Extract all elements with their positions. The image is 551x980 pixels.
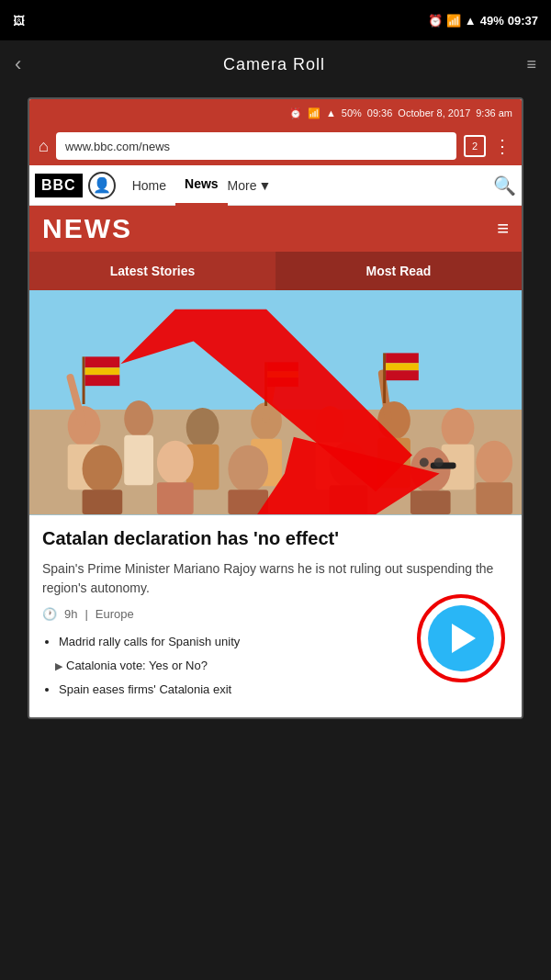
svg-point-12 <box>377 401 410 440</box>
browser-bar: ⌂ www.bbc.com/news 2 ⋮ <box>29 127 522 165</box>
home-icon[interactable]: ⌂ <box>39 137 49 156</box>
svg-point-14 <box>442 408 475 448</box>
inner-date: October 8, 2017 <box>398 107 470 118</box>
svg-rect-22 <box>85 375 120 386</box>
svg-rect-36 <box>228 490 268 514</box>
separator: | <box>84 607 87 621</box>
video-icon: ▶ <box>55 659 62 673</box>
svg-rect-29 <box>386 363 419 370</box>
svg-point-39 <box>410 447 451 493</box>
bbc-nav: BBC 👤 Home News More ▼ 🔍 <box>29 165 522 206</box>
inner-clock-time: 9:36 am <box>476 107 512 118</box>
svg-point-35 <box>228 445 268 493</box>
svg-rect-23 <box>264 362 267 406</box>
svg-point-37 <box>330 442 368 488</box>
address-bar[interactable]: www.bbc.com/news <box>56 132 456 160</box>
nav-home[interactable]: Home <box>123 165 175 206</box>
svg-point-4 <box>124 400 153 437</box>
svg-rect-21 <box>85 367 120 375</box>
svg-point-45 <box>434 458 444 467</box>
inner-wifi-icon: 📶 <box>308 107 320 119</box>
inner-signal-icon: ▲ <box>326 107 336 118</box>
app-title: Camera Roll <box>223 55 325 74</box>
inner-battery: 50% <box>342 107 362 118</box>
news-section-title: NEWS <box>42 213 132 244</box>
svg-point-10 <box>316 406 345 446</box>
svg-rect-19 <box>83 356 85 404</box>
svg-rect-28 <box>386 353 419 363</box>
svg-rect-34 <box>157 482 194 514</box>
tab-most-read[interactable]: Most Read <box>276 252 522 290</box>
svg-point-6 <box>186 408 219 448</box>
inner-time: 09:36 <box>367 107 393 118</box>
account-icon[interactable]: 👤 <box>88 172 116 199</box>
svg-rect-38 <box>330 485 368 514</box>
svg-rect-30 <box>386 370 419 380</box>
article-summary: Spain's Prime Minister Mariano Rajoy war… <box>42 559 509 598</box>
time-label: 09:37 <box>508 14 538 28</box>
app-header: ‹ Camera Roll ≡ <box>0 40 551 88</box>
status-right: ⏰ 📶 ▲ 49% 09:37 <box>428 14 538 28</box>
svg-rect-27 <box>383 353 386 403</box>
news-menu-icon[interactable]: ≡ <box>497 217 509 241</box>
nav-news[interactable]: News <box>175 165 228 206</box>
svg-point-31 <box>83 445 123 493</box>
svg-rect-5 <box>124 435 153 486</box>
url-text: www.bbc.com/news <box>65 140 170 153</box>
battery-label: 49% <box>480 14 504 28</box>
alarm-icon: ⏰ <box>428 14 443 28</box>
article-title: Catalan declaration has 'no effect' <box>42 526 509 550</box>
list-item[interactable]: Spain eases firms' Catalonia exit <box>59 681 509 698</box>
news-header: NEWS ≡ <box>29 206 522 252</box>
svg-rect-25 <box>267 371 298 377</box>
browser-menu-button[interactable]: ⋮ <box>493 135 512 157</box>
svg-rect-32 <box>83 490 123 514</box>
phone-status-bar: 🖼 ⏰ 📶 ▲ 49% 09:37 <box>0 0 551 40</box>
play-button[interactable] <box>428 605 494 671</box>
status-left: 🖼 <box>13 14 25 28</box>
svg-rect-20 <box>85 356 120 367</box>
back-button[interactable]: ‹ <box>15 52 21 76</box>
svg-rect-42 <box>476 482 512 514</box>
screenshot-frame: ⏰ 📶 ▲ 50% 09:36 October 8, 2017 9:36 am … <box>28 97 523 719</box>
svg-rect-24 <box>267 362 298 371</box>
inner-status-bar: ⏰ 📶 ▲ 50% 09:36 October 8, 2017 9:36 am <box>29 99 522 127</box>
tab-latest-stories[interactable]: Latest Stories <box>29 252 276 290</box>
wifi-icon: 📶 <box>446 14 461 28</box>
menu-button[interactable]: ≡ <box>526 56 536 73</box>
more-chevron-icon: ▼ <box>259 178 272 193</box>
gallery-icon: 🖼 <box>13 14 25 28</box>
news-tabs: Latest Stories Most Read <box>29 252 522 290</box>
svg-rect-40 <box>410 490 451 514</box>
hero-image <box>29 290 522 515</box>
article-region: Europe <box>96 607 134 621</box>
article-time: 9h <box>64 607 77 621</box>
bbc-logo: BBC <box>35 174 83 197</box>
signal-icon: ▲ <box>465 14 477 28</box>
svg-point-41 <box>476 441 512 485</box>
clock-icon: 🕐 <box>42 607 57 621</box>
crowd-scene-svg <box>29 290 522 515</box>
inner-alarm-icon: ⏰ <box>289 107 302 119</box>
svg-point-33 <box>157 441 194 485</box>
tab-count-button[interactable]: 2 <box>464 135 486 157</box>
svg-point-44 <box>420 458 429 467</box>
svg-rect-13 <box>377 438 410 489</box>
nav-more[interactable]: More ▼ <box>228 178 272 193</box>
svg-rect-26 <box>267 377 298 387</box>
search-icon[interactable]: 🔍 <box>493 175 516 197</box>
